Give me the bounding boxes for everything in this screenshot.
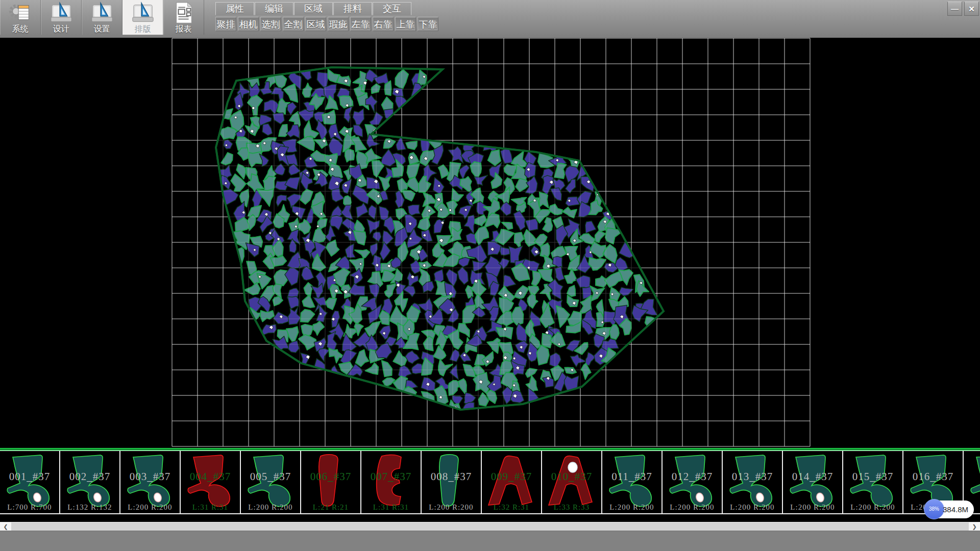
part-id-label: 016_#37 — [903, 470, 963, 483]
part-id-label: 015_#37 — [843, 470, 902, 483]
part-thumbnail-013_#37[interactable]: 013_#37L:200 R:200 — [723, 451, 783, 513]
part-id-label: 006_#37 — [301, 470, 360, 483]
part-id-label: 007_#37 — [361, 470, 421, 483]
part-lr-count-label: L:200 R:200 — [120, 503, 180, 512]
part-id-label: 003_#37 — [120, 470, 180, 483]
part-lr-count-label: L:200 R:200 — [723, 503, 782, 512]
part-lr-count-label: L:200 R:200 — [783, 503, 842, 512]
system-gear-icon — [9, 1, 32, 24]
main-button-group: 系统设计设置排版报表 — [0, 0, 204, 35]
main-button-label: 排版 — [122, 24, 163, 34]
part-thumbnail-010_#37[interactable]: 010_#37L:33 R:33 — [542, 451, 602, 513]
main-button-设置[interactable]: 设置 — [82, 0, 122, 35]
action-button-区域[interactable]: 区域 — [305, 17, 326, 31]
window-controls: — ✕ — [947, 2, 979, 16]
part-id-label: 014_#37 — [783, 470, 842, 483]
part-lr-count-label: L:200 R:200 — [422, 503, 481, 512]
main-button-label: 系统 — [0, 24, 40, 34]
status-bar — [0, 531, 980, 551]
part-thumbnail-001_#37[interactable]: 001_#37L:700 R:700 — [0, 451, 60, 513]
main-button-label: 报表 — [163, 24, 204, 34]
menu-tab-属性[interactable]: 属性 — [215, 2, 254, 15]
action-button-瑕疵[interactable]: 瑕疵 — [328, 17, 349, 31]
parts-horizontal-scrollbar[interactable]: ❮ ❯ — [0, 522, 980, 531]
part-thumbnail-006_#37[interactable]: 006_#37L:21 R:21 — [301, 451, 361, 513]
main-button-label: 设置 — [82, 24, 122, 34]
main-button-label: 设计 — [41, 24, 81, 34]
action-button-右靠[interactable]: 右靠 — [373, 17, 394, 31]
part-lr-count-label: L:700 R:700 — [0, 503, 59, 512]
main-toolbar: 系统设计设置排版报表 属性编辑区域排料交互 聚排相机选割全割区域瑕疵左靠右靠上靠… — [0, 0, 980, 38]
part-id-label: 005_#37 — [241, 470, 300, 483]
close-button[interactable]: ✕ — [964, 2, 979, 16]
part-id-label: 010_#37 — [542, 470, 601, 483]
memory-value-label: 384.8M — [943, 500, 968, 518]
menu-tab-bar: 属性编辑区域排料交互 — [215, 2, 411, 15]
part-lr-count-label: L:200 R:200 — [241, 503, 300, 512]
minimize-button[interactable]: — — [947, 2, 962, 16]
action-button-聚排[interactable]: 聚排 — [215, 17, 236, 31]
action-button-row: 聚排相机选割全割区域瑕疵左靠右靠上靠下靠 — [215, 17, 438, 31]
menu-tab-交互[interactable]: 交互 — [373, 2, 411, 15]
part-lr-count-label: L:200 R:200 — [843, 503, 902, 512]
main-button-报表[interactable]: 报表 — [163, 0, 204, 35]
action-button-左靠[interactable]: 左靠 — [350, 17, 371, 31]
report-doc-icon — [172, 1, 195, 24]
part-id-label: 013_#37 — [723, 470, 782, 483]
main-button-排版[interactable]: 排版 — [122, 0, 163, 35]
part-thumbnail-011_#37[interactable]: 011_#37L:200 R:200 — [602, 451, 663, 513]
action-button-选割[interactable]: 选割 — [260, 17, 281, 31]
nesting-ruler-icon — [131, 1, 155, 24]
hide-layout-drawing — [0, 38, 980, 448]
scroll-left-button[interactable]: ❮ — [0, 522, 11, 531]
part-id-label: 004_#37 — [181, 470, 240, 483]
part-thumbnail-004_#37[interactable]: 004_#37L:31 R:31 — [181, 451, 241, 513]
strip-bottom-gap — [0, 514, 980, 522]
menu-tab-排料[interactable]: 排料 — [333, 2, 372, 15]
part-thumbnail-005_#37[interactable]: 005_#37L:200 R:200 — [241, 451, 301, 513]
part-id-label: 002_#37 — [60, 470, 119, 483]
part-lr-count-label: L:200 R:200 — [663, 503, 722, 512]
part-thumbnail-002_#37[interactable]: 002_#37L:132 R:132 — [60, 451, 120, 513]
part-id-label: 008_#37 — [422, 470, 481, 483]
scroll-right-button[interactable]: ❯ — [969, 522, 980, 531]
part-thumbnail-003_#37[interactable]: 003_#37L:200 R:200 — [120, 451, 181, 513]
part-lr-count-label: L:21 R:21 — [301, 503, 360, 512]
progress-percent-badge: 38% — [924, 499, 944, 519]
part-lr-count-label: L:132 R:132 — [60, 503, 119, 512]
part-id-label: 011_#37 — [602, 470, 662, 483]
app-window: 系统设计设置排版报表 属性编辑区域排料交互 聚排相机选割全割区域瑕疵左靠右靠上靠… — [0, 0, 980, 551]
part-id-label: 009_#37 — [482, 470, 541, 483]
main-button-设计[interactable]: 设计 — [41, 0, 82, 35]
part-lr-count-label: L:32 R:31 — [482, 503, 541, 512]
part-lr-count-label: L:31 R:31 — [361, 503, 421, 512]
menu-tab-区域[interactable]: 区域 — [294, 2, 333, 15]
part-thumbnail-007_#37[interactable]: 007_#37L:31 R:31 — [361, 451, 422, 513]
part-thumbnail-009_#37[interactable]: 009_#37L:32 R:31 — [482, 451, 542, 513]
parts-thumbnail-strip: 001_#37L:700 R:700002_#37L:132 R:132003_… — [0, 450, 980, 514]
part-thumbnail-008_#37[interactable]: 008_#37L:200 R:200 — [422, 451, 482, 513]
part-id-label: 0 — [964, 470, 980, 483]
part-thumbnail-014_#37[interactable]: 014_#37L:200 R:200 — [783, 451, 843, 513]
part-lr-count-label: L:33 R:33 — [542, 503, 601, 512]
settings-ruler-icon — [90, 1, 114, 24]
menu-tab-编辑[interactable]: 编辑 — [255, 2, 293, 15]
action-button-上靠[interactable]: 上靠 — [395, 17, 416, 31]
memory-status-badge: 38% 384.8M — [925, 500, 974, 518]
action-button-全割[interactable]: 全割 — [283, 17, 304, 31]
part-lr-count-label: L:31 R:31 — [181, 503, 240, 512]
design-ruler-icon — [50, 1, 73, 24]
action-button-下靠[interactable]: 下靠 — [418, 17, 438, 31]
nesting-canvas[interactable] — [0, 38, 980, 448]
main-button-系统[interactable]: 系统 — [0, 0, 41, 35]
part-lr-count-label: L:200 R:200 — [602, 503, 662, 512]
part-id-label: 012_#37 — [663, 470, 722, 483]
part-id-label: 001_#37 — [0, 470, 59, 483]
part-thumbnail-012_#37[interactable]: 012_#37L:200 R:200 — [663, 451, 723, 513]
part-thumbnail-015_#37[interactable]: 015_#37L:200 R:200 — [843, 451, 903, 513]
action-button-相机[interactable]: 相机 — [238, 17, 259, 31]
